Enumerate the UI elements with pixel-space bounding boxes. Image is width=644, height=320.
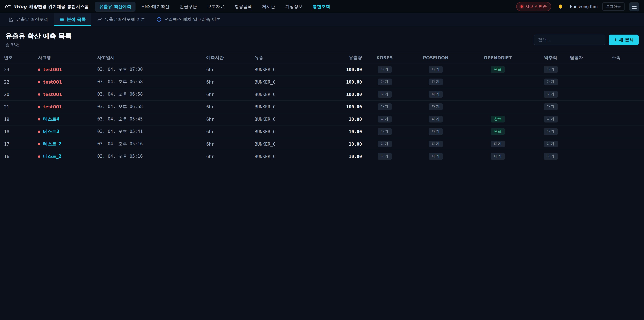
nav-item[interactable]: 유출유 확산예측 bbox=[95, 2, 136, 12]
tab[interactable]: 분석 목록 bbox=[54, 14, 91, 26]
column-header: 유출량 bbox=[332, 55, 362, 61]
wing-logo-icon bbox=[5, 5, 11, 9]
incident-link[interactable]: 테스트3 bbox=[43, 129, 59, 134]
incident-status-badge[interactable]: 사고 진행중 bbox=[516, 2, 551, 11]
incident-link[interactable]: test001 bbox=[43, 80, 62, 85]
table-header: 번호사고명사고일시예측시간유종유출량KOSPSPOSEIDONOPENDRIFT… bbox=[0, 52, 644, 64]
status-badge: 대기 bbox=[378, 116, 392, 122]
topbar-right: 사고 진행중 Eunjeong Kim 로그아웃 bbox=[516, 2, 639, 11]
notification-bell-button[interactable] bbox=[556, 2, 565, 11]
nav-item[interactable]: 긴급구난 bbox=[175, 2, 202, 12]
tab-label: 오일펜스 배치 알고리즘 이론 bbox=[164, 16, 220, 22]
tab[interactable]: 유출유 확산분석 bbox=[3, 14, 53, 26]
cell-backtrack: 대기 bbox=[531, 116, 570, 122]
cell-kosps: 대기 bbox=[362, 141, 407, 147]
table-row: 19테스트403. 04. 오후 05:456hrBUNKER_C10.00대기… bbox=[0, 113, 644, 126]
cell-predict-time: 6hr bbox=[206, 154, 254, 159]
page-head: 유출유 확산 예측 목록 총 33건 + 새 분석 bbox=[0, 26, 644, 52]
cell-amount: 100.00 bbox=[332, 79, 362, 84]
status-badge: 대기 bbox=[429, 141, 443, 147]
column-header: 소속 bbox=[612, 55, 640, 61]
status-badge: 완료 bbox=[491, 128, 505, 135]
nav-item[interactable]: 보고자료 bbox=[203, 2, 229, 12]
cell-poseidon: 대기 bbox=[407, 153, 464, 160]
logout-button[interactable]: 로그아웃 bbox=[602, 2, 624, 11]
status-badge: 대기 bbox=[544, 128, 558, 135]
incident-dot-icon bbox=[38, 106, 40, 108]
info-icon bbox=[157, 17, 161, 22]
cell-poseidon: 대기 bbox=[407, 116, 464, 122]
incident-link[interactable]: 테스트4 bbox=[43, 116, 59, 122]
status-badge: 완료 bbox=[491, 116, 505, 122]
nav-item[interactable]: 항공탐색 bbox=[230, 2, 256, 12]
status-badge: 대기 bbox=[378, 79, 392, 85]
status-badge: 대기 bbox=[544, 153, 558, 160]
incident-dot-icon bbox=[38, 81, 40, 83]
main-nav: 유출유 확산예측HNS·대기확산긴급구난보고자료항공탐색게시판기상정보통합조회 bbox=[95, 2, 334, 12]
tab-label: 분석 목록 bbox=[67, 16, 86, 22]
nav-item[interactable]: HNS·대기확산 bbox=[137, 2, 174, 12]
incident-link[interactable]: 테스트_2 bbox=[43, 141, 62, 146]
cell-opendrift: 완료 bbox=[464, 66, 531, 73]
cell-amount: 10.00 bbox=[332, 154, 362, 159]
cell-datetime: 03. 04. 오후 07:00 bbox=[97, 67, 206, 73]
status-badge: 대기 bbox=[429, 116, 443, 122]
cell-incident-name: 테스트_2 bbox=[38, 153, 97, 159]
incident-dot-icon bbox=[38, 155, 40, 158]
status-badge: 대기 bbox=[544, 66, 558, 73]
status-badge: 대기 bbox=[429, 153, 443, 160]
incident-dot-icon bbox=[521, 5, 523, 8]
cell-predict-time: 6hr bbox=[206, 92, 254, 97]
cell-number: 20 bbox=[4, 92, 38, 97]
cell-backtrack: 대기 bbox=[531, 104, 570, 110]
cell-kosps: 대기 bbox=[362, 116, 407, 122]
cell-number: 23 bbox=[4, 67, 38, 72]
column-header: 유종 bbox=[254, 55, 332, 61]
nav-item[interactable]: 기상정보 bbox=[281, 2, 307, 12]
incident-link[interactable]: test001 bbox=[43, 104, 62, 109]
brand[interactable]: Wing 해양환경 위기대응 통합시스템 bbox=[5, 4, 89, 10]
table-row: 16테스트_203. 04. 오후 05:166hrBUNKER_C10.00대… bbox=[0, 150, 644, 160]
incident-link[interactable]: test001 bbox=[43, 92, 62, 97]
hamburger-menu-icon[interactable] bbox=[629, 2, 639, 11]
cell-number: 19 bbox=[4, 117, 38, 122]
cell-kosps: 대기 bbox=[362, 128, 407, 135]
cell-opendrift: 대기 bbox=[464, 141, 531, 147]
cell-number: 21 bbox=[4, 104, 38, 109]
cell-incident-name: test001 bbox=[38, 67, 97, 72]
cell-predict-time: 6hr bbox=[206, 129, 254, 134]
bell-icon bbox=[558, 4, 563, 9]
cell-backtrack: 대기 bbox=[531, 91, 570, 98]
status-badge: 대기 bbox=[429, 104, 443, 110]
analysis-table: 번호사고명사고일시예측시간유종유출량KOSPSPOSEIDONOPENDRIFT… bbox=[0, 52, 644, 160]
cell-kosps: 대기 bbox=[362, 66, 407, 73]
cell-incident-name: test001 bbox=[38, 92, 97, 97]
cell-backtrack: 대기 bbox=[531, 141, 570, 147]
nav-item[interactable]: 게시판 bbox=[258, 2, 280, 12]
column-header: OPENDRIFT bbox=[464, 55, 531, 60]
table-row: 22test00103. 04. 오후 06:586hrBUNKER_C100.… bbox=[0, 76, 644, 88]
cell-oil-type: BUNKER_C bbox=[254, 117, 332, 122]
status-badge: 대기 bbox=[429, 79, 443, 85]
cell-predict-time: 6hr bbox=[206, 67, 254, 72]
tab[interactable]: 오일펜스 배치 알고리즘 이론 bbox=[151, 14, 226, 26]
incident-link[interactable]: test001 bbox=[43, 67, 62, 72]
cell-datetime: 03. 04. 오후 05:16 bbox=[97, 141, 206, 147]
cell-oil-type: BUNKER_C bbox=[254, 79, 332, 84]
incident-dot-icon bbox=[38, 118, 40, 120]
incident-link[interactable]: 테스트_2 bbox=[43, 154, 62, 159]
cell-number: 18 bbox=[4, 129, 38, 134]
status-badge: 대기 bbox=[378, 91, 392, 98]
cell-incident-name: 테스트4 bbox=[38, 116, 97, 122]
cell-amount: 10.00 bbox=[332, 117, 362, 122]
status-badge: 대기 bbox=[544, 141, 558, 147]
nav-item[interactable]: 통합조회 bbox=[308, 2, 334, 12]
cell-opendrift: 완료 bbox=[464, 128, 531, 135]
cell-kosps: 대기 bbox=[362, 91, 407, 98]
search-input[interactable] bbox=[534, 34, 606, 45]
cell-oil-type: BUNKER_C bbox=[254, 141, 332, 147]
tab[interactable]: 유출유확산모델 이론 bbox=[92, 14, 150, 26]
new-analysis-button[interactable]: + 새 분석 bbox=[609, 34, 639, 45]
tab-bar: 유출유 확산분석분석 목록유출유확산모델 이론오일펜스 배치 알고리즘 이론 bbox=[0, 14, 644, 26]
table-row: 17테스트_203. 04. 오후 05:166hrBUNKER_C10.00대… bbox=[0, 138, 644, 150]
